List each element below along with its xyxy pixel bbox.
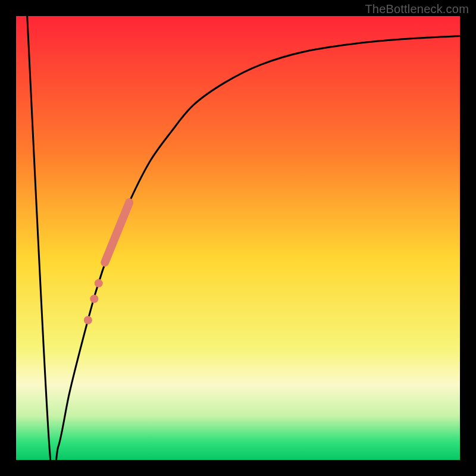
highlight-dot bbox=[84, 316, 92, 324]
highlight-dot bbox=[90, 295, 98, 303]
highlight-dot bbox=[95, 279, 103, 287]
highlight-segment bbox=[105, 202, 129, 262]
highlight-dots-group bbox=[84, 279, 103, 324]
watermark-text: TheBottleneck.com bbox=[365, 2, 469, 16]
plot-area bbox=[16, 16, 460, 460]
chart-svg bbox=[16, 16, 460, 460]
bottleneck-curve-path bbox=[27, 16, 460, 460]
